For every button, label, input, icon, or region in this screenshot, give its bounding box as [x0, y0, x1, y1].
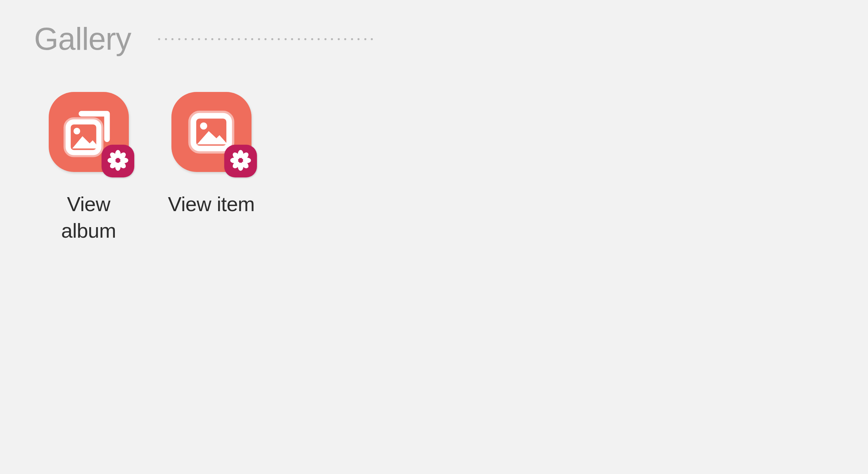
shortcut-label: View album	[41, 191, 136, 244]
gallery-badge	[224, 145, 257, 177]
gallery-badge	[102, 145, 134, 177]
svg-point-23	[239, 159, 242, 162]
svg-point-2	[74, 128, 80, 135]
flower-icon	[230, 150, 251, 172]
shortcut-view-album[interactable]: View album	[27, 92, 150, 244]
shortcut-row: View album	[27, 92, 273, 244]
dotted-divider	[158, 38, 378, 40]
shortcut-label: View item	[168, 191, 255, 218]
icon-wrap	[171, 92, 252, 172]
icon-wrap	[49, 92, 129, 172]
svg-point-11	[116, 159, 119, 162]
section-title: Gallery	[34, 21, 131, 57]
shortcut-view-item[interactable]: View item	[150, 92, 273, 244]
flower-icon	[107, 150, 128, 172]
gallery-shortcut-panel: Gallery	[0, 0, 868, 474]
svg-point-14	[200, 122, 207, 129]
section-header: Gallery	[34, 21, 378, 57]
